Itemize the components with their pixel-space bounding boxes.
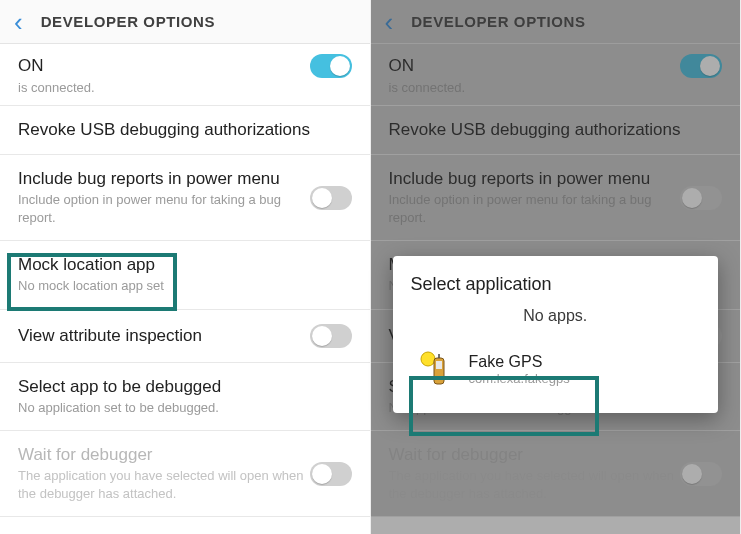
- revoke-usb-row[interactable]: Revoke USB debugging authorizations: [0, 106, 370, 155]
- bug-report-row[interactable]: Include bug reports in power menu Includ…: [0, 155, 370, 241]
- back-icon[interactable]: ‹: [14, 9, 23, 35]
- screen-developer-options-right: ‹ DEVELOPER OPTIONS ON is connected. Rev…: [371, 0, 742, 534]
- dialog-no-apps: No apps.: [411, 307, 701, 325]
- master-toggle[interactable]: [310, 54, 352, 78]
- wait-debugger-toggle: [310, 462, 352, 486]
- page-title: DEVELOPER OPTIONS: [41, 13, 215, 30]
- bug-report-label: Include bug reports in power menu: [18, 169, 310, 189]
- view-attr-toggle[interactable]: [310, 324, 352, 348]
- view-attr-label: View attribute inspection: [18, 326, 310, 346]
- master-toggle-row[interactable]: ON: [0, 44, 370, 80]
- debug-app-label: Select app to be debugged: [18, 377, 352, 397]
- dialog-title: Select application: [411, 274, 701, 295]
- screen-developer-options-left: ‹ DEVELOPER OPTIONS ON is connected. Rev…: [0, 0, 371, 534]
- wait-debugger-row: Wait for debugger The application you ha…: [0, 431, 370, 517]
- bug-report-sub: Include option in power menu for taking …: [18, 191, 310, 226]
- revoke-usb-label: Revoke USB debugging authorizations: [18, 120, 352, 140]
- app-name: Fake GPS: [469, 353, 570, 371]
- debug-app-row[interactable]: Select app to be debugged No application…: [0, 363, 370, 432]
- svg-point-0: [421, 352, 435, 366]
- bug-report-toggle[interactable]: [310, 186, 352, 210]
- svg-rect-2: [436, 361, 442, 369]
- master-toggle-label: ON: [18, 56, 44, 76]
- is-connected-sub: is connected.: [0, 80, 370, 106]
- view-attr-row[interactable]: View attribute inspection: [0, 310, 370, 363]
- wait-debugger-sub: The application you have selected will o…: [18, 467, 310, 502]
- highlight-fake-gps: [409, 376, 599, 436]
- debug-app-sub: No application set to be debugged.: [18, 399, 352, 417]
- header: ‹ DEVELOPER OPTIONS: [0, 0, 370, 44]
- wait-debugger-label: Wait for debugger: [18, 445, 310, 465]
- highlight-mock-location: [7, 253, 177, 311]
